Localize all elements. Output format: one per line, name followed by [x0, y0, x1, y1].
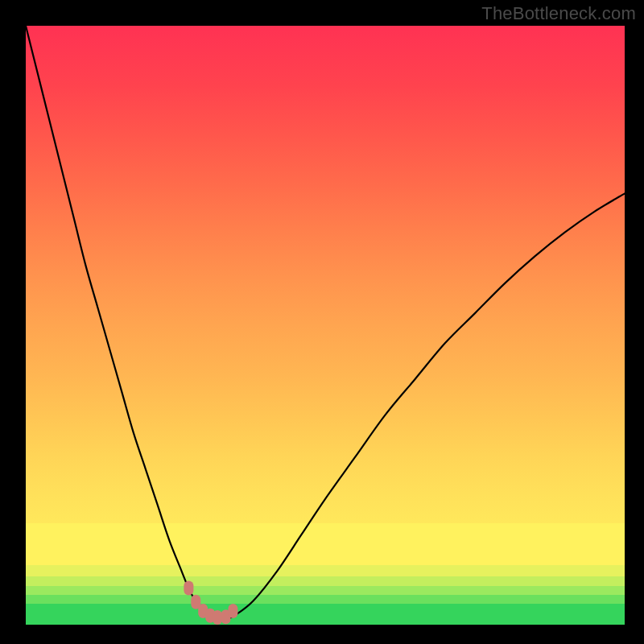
bottleneck-curve — [26, 26, 625, 619]
attribution-label: TheBottleneck.com — [481, 3, 636, 24]
curve-beads — [184, 581, 237, 625]
bottleneck-curve-svg — [26, 26, 625, 625]
plot-area — [26, 26, 625, 625]
curve-bead — [213, 610, 222, 625]
outer-frame: TheBottleneck.com — [0, 0, 644, 644]
curve-bead — [184, 581, 193, 596]
curve-bead — [228, 604, 237, 618]
